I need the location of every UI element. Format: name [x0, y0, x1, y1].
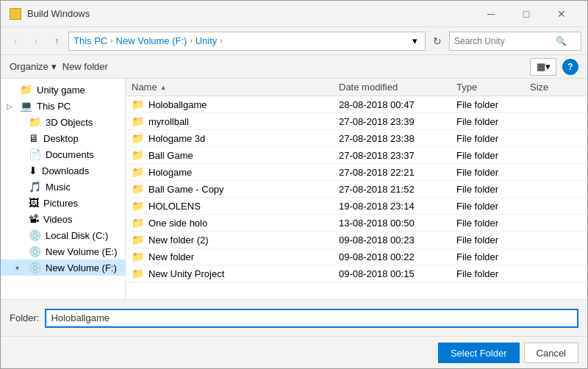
sidebar-item-music[interactable]: 🎵 Music	[1, 179, 125, 195]
sidebar-item-label: Desktop	[43, 133, 79, 144]
header-size[interactable]: Size	[530, 82, 581, 93]
window-icon	[10, 8, 21, 20]
table-row[interactable]: 📁 One side holo 13-08-2018 00:50 File fo…	[126, 215, 587, 232]
file-name: Hologame	[148, 167, 192, 178]
folder-input[interactable]	[45, 309, 578, 328]
file-date: 19-08-2018 23:14	[339, 201, 456, 212]
file-date: 09-08-2018 00:22	[339, 251, 456, 262]
view-arrow: ▾	[545, 61, 551, 72]
table-row[interactable]: 📁 New Unity Project 09-08-2018 00:15 Fil…	[126, 265, 587, 282]
sidebar-item-videos[interactable]: 📽 Videos	[1, 211, 125, 227]
file-name: Ball Game	[148, 150, 193, 161]
table-row[interactable]: 📁 myrollball 27-08-2018 23:39 File folde…	[126, 113, 587, 130]
table-row[interactable]: 📁 Holoballgame 28-08-2018 00:47 File fol…	[126, 96, 587, 113]
table-row[interactable]: 📁 Hologame 3d 27-08-2018 23:38 File fold…	[126, 130, 587, 147]
file-name-cell: 📁 New folder	[132, 251, 339, 262]
table-row[interactable]: 📁 Ball Game 27-08-2018 23:37 File folder	[126, 147, 587, 164]
file-date: 27-08-2018 22:21	[339, 167, 456, 178]
minimize-button[interactable]: ─	[474, 4, 508, 24]
sidebar-item-3d-objects[interactable]: 📁 3D Objects	[1, 114, 125, 130]
folder-icon: 📁	[132, 268, 144, 279]
file-date: 27-08-2018 21:52	[339, 184, 456, 195]
file-name: myrollball	[148, 116, 189, 127]
breadcrumb-this-pc[interactable]: This PC	[74, 35, 107, 46]
file-type: File folder	[456, 167, 530, 178]
breadcrumb-bar[interactable]: This PC › New Volume (F:) › Unity › ▾	[68, 32, 426, 51]
sidebar-item-local-disk-c[interactable]: 💿 Local Disk (C:)	[1, 227, 125, 243]
file-name-cell: 📁 New folder (2)	[132, 234, 339, 246]
sidebar-item-downloads[interactable]: ⬇ Downloads	[1, 162, 125, 179]
folder-icon: 📁	[132, 132, 144, 144]
header-name[interactable]: Name ▲	[132, 82, 339, 93]
table-row[interactable]: 📁 Ball Game - Copy 27-08-2018 21:52 File…	[126, 181, 587, 198]
sidebar-item-label: Pictures	[43, 198, 78, 209]
search-input[interactable]	[450, 36, 553, 46]
folder-icon: 📄	[29, 148, 41, 160]
folder-icon: 📁	[132, 234, 144, 246]
file-name: New Unity Project	[148, 268, 224, 279]
table-row[interactable]: 📁 Hologame 27-08-2018 22:21 File folder	[126, 164, 587, 181]
back-button[interactable]: ‹	[7, 32, 24, 50]
sidebar-item-new-volume-e[interactable]: 💿 New Volume (E:)	[1, 243, 125, 259]
view-icon: ▦	[537, 61, 545, 72]
sidebar-item-this-pc[interactable]: ▷ 💻 This PC	[1, 98, 125, 114]
folder-input-bar: Folder:	[1, 299, 587, 336]
sidebar-item-label: This PC	[37, 101, 71, 112]
table-row[interactable]: 📁 New folder 09-08-2018 00:22 File folde…	[126, 248, 587, 265]
folder-icon: 🖥	[29, 132, 39, 144]
breadcrumb-dropdown-button[interactable]: ▾	[409, 32, 420, 50]
file-name: New folder (2)	[148, 234, 209, 246]
up-button[interactable]: ↑	[48, 32, 65, 50]
search-bar: 🔍	[449, 32, 581, 51]
title-controls: ─ □ ✕	[474, 4, 578, 24]
breadcrumb-sep-2: ›	[190, 37, 192, 45]
file-date: 09-08-2018 00:15	[339, 268, 456, 279]
sidebar-item-pictures[interactable]: 🖼 Pictures	[1, 195, 125, 211]
new-folder-button[interactable]: New folder	[62, 61, 108, 72]
file-type: File folder	[456, 133, 530, 144]
file-name-cell: 📁 HOLOLENS	[132, 200, 339, 212]
folder-icon: 📁	[132, 149, 144, 161]
help-button[interactable]: ?	[562, 59, 578, 75]
organize-button[interactable]: Organize ▾	[10, 61, 57, 72]
sidebar-item-desktop[interactable]: 🖥 Desktop	[1, 130, 125, 146]
sort-arrow: ▲	[160, 84, 167, 91]
breadcrumb-unity[interactable]: Unity	[196, 35, 218, 46]
breadcrumb-new-volume[interactable]: New Volume (F:)	[116, 35, 187, 46]
file-name: New folder	[148, 251, 194, 262]
view-button[interactable]: ▦ ▾	[530, 58, 556, 76]
organize-label: Organize	[10, 61, 49, 72]
sidebar-item-label: Documents	[46, 149, 94, 160]
file-name-cell: 📁 One side holo	[132, 217, 339, 229]
action-bar: Organize ▾ New folder ▦ ▾ ?	[1, 55, 587, 79]
file-type: File folder	[456, 218, 530, 229]
header-date-modified[interactable]: Date modified	[339, 82, 456, 93]
file-date: 27-08-2018 23:39	[339, 116, 456, 127]
sidebar-item-documents[interactable]: 📄 Documents	[1, 146, 125, 162]
maximize-button[interactable]: □	[509, 4, 543, 24]
file-name-cell: 📁 Ball Game	[132, 149, 339, 161]
new-folder-label: New folder	[62, 61, 108, 72]
cancel-button[interactable]: Cancel	[524, 343, 578, 363]
select-folder-button[interactable]: Select Folder	[438, 343, 520, 363]
sidebar-item-unity-game[interactable]: 📁 Unity game	[1, 82, 125, 98]
folder-icon: 🎵	[29, 181, 41, 193]
table-row[interactable]: 📁 HOLOLENS 19-08-2018 23:14 File folder	[126, 198, 587, 215]
file-name-cell: 📁 Hologame	[132, 166, 339, 178]
refresh-button[interactable]: ↻	[429, 32, 446, 50]
build-windows-dialog: Build Windows ─ □ ✕ ‹ › ↑ This PC › New …	[0, 0, 588, 369]
file-name: HOLOLENS	[148, 201, 201, 212]
forward-button[interactable]: ›	[27, 32, 45, 50]
file-type: File folder	[456, 251, 530, 262]
table-row[interactable]: 📁 New folder (2) 09-08-2018 00:23 File f…	[126, 232, 587, 248]
file-type: File folder	[456, 201, 530, 212]
sidebar-item-label: Unity game	[37, 85, 85, 96]
header-type[interactable]: Type	[456, 82, 530, 93]
file-list: 📁 Holoballgame 28-08-2018 00:47 File fol…	[126, 96, 587, 299]
folder-icon: ⬇	[29, 165, 37, 176]
folder-icon: 🖼	[29, 197, 39, 209]
expand-icon: ▾	[15, 264, 24, 272]
sidebar-item-new-volume-f[interactable]: ▾ 💿 New Volume (F:)	[1, 259, 125, 276]
sidebar-item-label: Music	[46, 182, 71, 193]
close-button[interactable]: ✕	[545, 4, 578, 24]
